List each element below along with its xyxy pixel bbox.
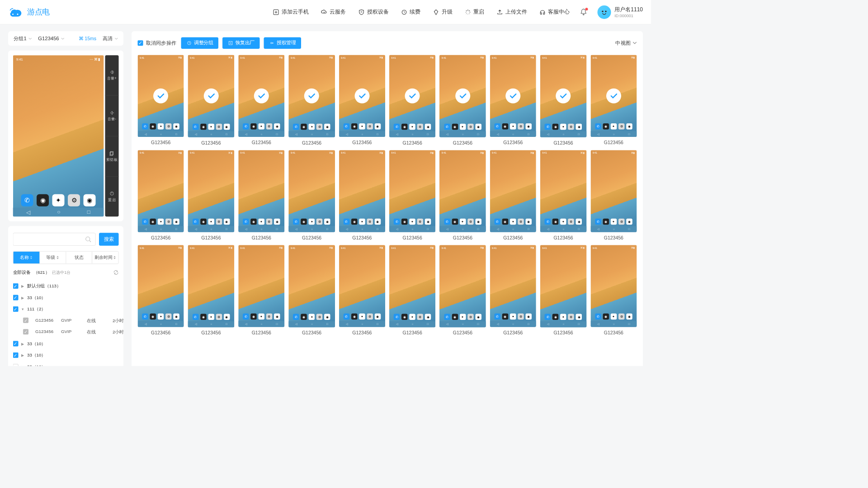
device-label: G123456	[453, 140, 472, 145]
device-card[interactable]: 9:41⌘▮✆◉✦⚙◉◁○□G123456	[339, 150, 385, 240]
device-card[interactable]: 9:41⌘▮✆◉✦⚙◉◁○□G123456	[389, 245, 435, 335]
device-card[interactable]: 9:41⌘▮✆◉✦⚙◉◁○□G123456	[590, 150, 637, 240]
device-card[interactable]: 9:41⌘▮✆◉✦⚙◉◁○□G123456	[439, 150, 486, 240]
nav-cloud[interactable]: 云服务	[321, 9, 346, 16]
device-card[interactable]: 9:41⌘▮✆◉✦⚙◉◁○□G123456	[490, 55, 536, 145]
group-dropdown[interactable]: 分组1	[14, 35, 32, 42]
device-card[interactable]: 9:41⌘▮✆◉✦⚙◉◁○□G123456	[138, 55, 184, 145]
device-grid: 9:41⌘▮✆◉✦⚙◉◁○□G1234569:41⌘▮✆◉✦⚙◉◁○□G1234…	[138, 55, 637, 336]
tree-group[interactable]: ✓▶33（10）	[13, 338, 119, 350]
svg-point-13	[271, 42, 272, 44]
filter-等级[interactable]: 等级	[40, 252, 66, 264]
user-menu[interactable]: 用户名1110 ID:000001	[598, 5, 643, 19]
device-dropdown[interactable]: G123456	[38, 36, 64, 42]
brand-name: 游点电	[27, 7, 50, 17]
notification-bell[interactable]	[580, 8, 588, 16]
view-dropdown[interactable]: 中视图	[615, 40, 637, 46]
device-label: G123456	[553, 235, 573, 240]
device-card[interactable]: 9:41⌘▮✆◉✦⚙◉◁○□G123456	[540, 150, 586, 240]
selected-check-icon	[203, 89, 218, 103]
device-card[interactable]: 9:41⌘▮✆◉✦⚙◉◁○□G123456	[490, 245, 536, 335]
tree-group[interactable]: ✓▶默认分组（113）	[13, 281, 119, 292]
device-card[interactable]: 9:41⌘▮✆◉✦⚙◉◁○□G123456	[540, 245, 586, 335]
phone-preview: 9:41⋯ ⌘ ▮ ✆ ◉ ✦ ⚙ ◉ ◁○□ 音量+音量-剪切板重启	[8, 51, 123, 221]
ctrl-3[interactable]: 重启	[105, 177, 119, 217]
nav-refresh[interactable]: 续费	[401, 9, 421, 16]
top-nav: 添加云手机云服务授权设备续费升级重启上传文件客服中心	[273, 9, 570, 16]
device-card[interactable]: 9:41⌘▮✆◉✦⚙◉◁○□G123456	[188, 150, 234, 240]
nav-shield[interactable]: 授权设备	[358, 9, 389, 16]
device-card[interactable]: 9:41⌘▮✆◉✦⚙◉◁○□G123456	[540, 55, 586, 145]
device-card[interactable]: 9:41⌘▮✆◉✦⚙◉◁○□G123456	[590, 55, 637, 145]
phone-screen[interactable]: 9:41⋯ ⌘ ▮ ✆ ◉ ✦ ⚙ ◉ ◁○□	[13, 55, 104, 216]
device-card[interactable]: 9:41⌘▮✆◉✦⚙◉◁○□G123456	[590, 245, 637, 335]
refresh-icon	[113, 270, 119, 275]
device-label: G123456	[553, 330, 573, 335]
nav-plus-box[interactable]: 添加云手机	[273, 9, 309, 16]
logo[interactable]: 游点电	[8, 7, 50, 18]
device-card[interactable]: 9:41⌘▮✆◉✦⚙◉◁○□G123456	[339, 55, 385, 145]
device-card[interactable]: 9:41⌘▮✆◉✦⚙◉◁○□G123456	[188, 245, 234, 335]
device-label: G123456	[352, 140, 372, 145]
device-card[interactable]: 9:41⌘▮✆◉✦⚙◉◁○□G123456	[238, 150, 284, 240]
search-button[interactable]: 搜索	[99, 233, 119, 246]
device-card[interactable]: 9:41⌘▮✆◉✦⚙◉◁○□G123456	[288, 55, 335, 145]
device-summary: 全部设备（621） 已选中1台	[13, 270, 119, 276]
ctrl-1[interactable]: 音量-	[105, 96, 119, 136]
device-card[interactable]: 9:41⌘▮✆◉✦⚙◉◁○□G123456	[439, 245, 486, 335]
toolbar: ✓ 取消同步操作 调整分组恢复出厂授权管理 中视图	[138, 38, 637, 49]
device-tree: ✓▶默认分组（113）✓▶33（10）✓▼111（2）✓G123456GVIP在…	[13, 281, 119, 366]
device-card[interactable]: 9:41⌘▮✆◉✦⚙◉◁○□G123456	[188, 55, 234, 145]
selected-check-icon	[505, 89, 520, 103]
tree-group[interactable]: ✓▶33（10）	[13, 292, 119, 304]
nav-headset[interactable]: 客服中心	[539, 9, 570, 16]
device-label: G123456	[453, 235, 472, 240]
filter-名称[interactable]: 名称	[13, 252, 39, 264]
avatar	[598, 5, 611, 19]
tree-device[interactable]: ✓G123456GVIP在线2小时	[13, 315, 119, 327]
nav-upload[interactable]: 上传文件	[496, 9, 527, 16]
device-label: G123456	[503, 140, 523, 145]
shield-icon	[358, 9, 365, 15]
device-label: G123456	[352, 330, 372, 335]
refresh-button[interactable]	[113, 270, 119, 275]
tree-device[interactable]: ✓G123456GVIP在线2小时	[13, 327, 119, 338]
ctrl-0[interactable]: 音量+	[105, 55, 119, 96]
user-id: ID:000001	[614, 13, 643, 18]
device-card[interactable]: 9:41⌘▮✆◉✦⚙◉◁○□G123456	[138, 150, 184, 240]
device-card[interactable]: 9:41⌘▮✆◉✦⚙◉◁○□G123456	[238, 55, 284, 145]
toolbar-btn-2[interactable]: 授权管理	[264, 38, 302, 49]
toolbar-btn-1[interactable]: 恢复出厂	[222, 38, 260, 49]
ctrl-2[interactable]: 剪切板	[105, 136, 119, 177]
filter-剩余时间[interactable]: 剩余时间	[92, 252, 118, 264]
selected-check-icon	[354, 89, 369, 103]
refresh-icon	[401, 9, 408, 15]
device-card[interactable]: 9:41⌘▮✆◉✦⚙◉◁○□G123456	[288, 245, 335, 335]
toolbar-btn-0[interactable]: 调整分组	[181, 38, 219, 49]
quality-dropdown[interactable]: 高清	[103, 35, 118, 42]
device-label: G123456	[503, 235, 523, 240]
device-card[interactable]: 9:41⌘▮✆◉✦⚙◉◁○□G123456	[389, 55, 435, 145]
search-input[interactable]	[13, 233, 96, 246]
headset-icon	[539, 9, 546, 15]
select-all-toggle[interactable]: ✓ 取消同步操作	[138, 40, 177, 46]
device-card[interactable]: 9:41⌘▮✆◉✦⚙◉◁○□G123456	[339, 245, 385, 335]
nav-diamond[interactable]: 升级	[433, 9, 453, 16]
tree-group[interactable]: ▶33（10）	[13, 361, 119, 366]
device-card[interactable]: 9:41⌘▮✆◉✦⚙◉◁○□G123456	[389, 150, 435, 240]
filter-状态[interactable]: 状态	[66, 252, 92, 264]
nav-loading[interactable]: 重启	[465, 9, 485, 16]
device-card[interactable]: 9:41⌘▮✆◉✦⚙◉◁○□G123456	[439, 55, 486, 145]
device-card[interactable]: 9:41⌘▮✆◉✦⚙◉◁○□G123456	[138, 245, 184, 335]
selected-check-icon	[606, 89, 621, 103]
tree-group[interactable]: ✓▶33（10）	[13, 350, 119, 361]
device-card[interactable]: 9:41⌘▮✆◉✦⚙◉◁○□G123456	[238, 245, 284, 335]
phone-app-icon: ✆	[21, 194, 33, 206]
device-card[interactable]: 9:41⌘▮✆◉✦⚙◉◁○□G123456	[288, 150, 335, 240]
loading-icon	[465, 9, 472, 15]
device-card[interactable]: 9:41⌘▮✆◉✦⚙◉◁○□G123456	[490, 150, 536, 240]
tree-group[interactable]: ✓▼111（2）	[13, 304, 119, 315]
diamond-icon	[433, 9, 439, 15]
device-label: G123456	[201, 140, 221, 145]
search-icon	[85, 236, 92, 243]
